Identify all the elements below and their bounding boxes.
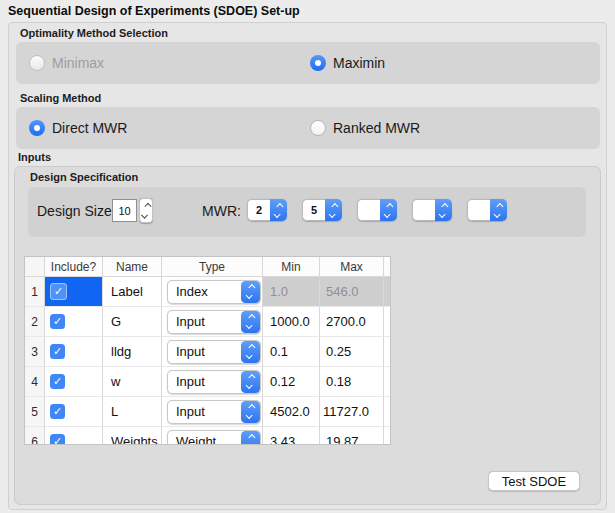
name-cell[interactable]: Weights [103, 427, 162, 445]
type-cell: Input [162, 397, 263, 427]
min-cell[interactable]: 3.43 [263, 427, 320, 445]
mwr-stepper-3[interactable] [380, 199, 397, 221]
row-number: 5 [25, 397, 45, 427]
chevron-up-icon [248, 404, 255, 411]
check-icon: ✓ [53, 406, 62, 417]
mwr-value-5 [467, 199, 490, 221]
mwr-spinner-1[interactable]: 2 [247, 199, 287, 221]
mwr-value-2: 5 [302, 199, 325, 221]
type-dropdown[interactable]: Input [167, 370, 261, 394]
row-gutter [384, 307, 391, 337]
include-cell[interactable]: ✓ [45, 307, 103, 337]
chevron-up-icon [144, 203, 150, 209]
check-icon: ✓ [53, 436, 62, 446]
page-title: Sequential Design of Experiments (SDOE) … [8, 4, 300, 18]
radio-option-maximin[interactable]: Maximin [310, 54, 385, 72]
row-number: 1 [25, 277, 45, 307]
mwr-spinner-5[interactable] [467, 199, 507, 221]
type-dropdown[interactable]: Index [167, 280, 261, 304]
chevron-up-icon [248, 374, 255, 381]
type-cell: Weight [162, 427, 263, 445]
radio-option-direct-mwr[interactable]: Direct MWR [29, 119, 127, 137]
mwr-value-3 [357, 199, 380, 221]
header-max: Max [320, 257, 384, 277]
table-row: 5 ✓ L Input 4502.0 11727.0 [25, 397, 391, 427]
design-size-input[interactable]: 10 [112, 199, 137, 222]
row-gutter [384, 337, 391, 367]
include-cell[interactable]: ✓ [45, 397, 103, 427]
include-cell[interactable]: ✓ [45, 277, 103, 307]
radio-option-ranked-mwr[interactable]: Ranked MWR [310, 119, 420, 137]
mwr-spinner-4[interactable] [412, 199, 452, 221]
min-cell[interactable]: 4502.0 [263, 397, 320, 427]
checkbox-checked-icon[interactable]: ✓ [50, 314, 65, 329]
header-type: Type [162, 257, 263, 277]
table-row: 2 ✓ G Input 1000.0 2700.0 [25, 307, 391, 337]
row-number: 3 [25, 337, 45, 367]
type-cell: Input [162, 307, 263, 337]
mwr-spinner-3[interactable] [357, 199, 397, 221]
radio-direct-mwr-icon [29, 120, 45, 136]
type-dropdown[interactable]: Input [167, 340, 261, 364]
chevron-down-icon [246, 352, 253, 359]
chevron-down-icon [274, 210, 281, 217]
design-size-label: Design Size [37, 203, 112, 219]
test-sdoe-button[interactable]: Test SDOE [488, 471, 580, 491]
header-gutter [384, 257, 391, 277]
max-cell[interactable]: 11727.0 [320, 397, 384, 427]
checkbox-checked-icon[interactable]: ✓ [50, 374, 65, 389]
row-gutter [384, 427, 391, 445]
checkbox-checked-icon[interactable]: ✓ [50, 344, 65, 359]
table-row: 4 ✓ w Input 0.12 0.18 [25, 367, 391, 397]
chevron-down-icon [246, 322, 253, 329]
min-cell[interactable]: 0.12 [263, 367, 320, 397]
type-dropdown[interactable]: Input [167, 310, 261, 334]
type-dropdown-value: Input [176, 311, 205, 333]
include-cell[interactable]: ✓ [45, 427, 103, 445]
name-cell[interactable]: G [103, 307, 162, 337]
chevron-up-icon [248, 314, 255, 321]
checkbox-checked-icon[interactable]: ✓ [50, 434, 65, 445]
name-cell[interactable]: L [103, 397, 162, 427]
row-gutter [384, 397, 391, 427]
chevron-up-icon [248, 284, 255, 291]
name-cell[interactable]: w [103, 367, 162, 397]
check-icon: ✓ [53, 316, 62, 327]
min-cell[interactable]: 0.1 [263, 337, 320, 367]
table-row: 1 ✓ Label Index 1.0 546.0 [25, 277, 391, 307]
row-number: 4 [25, 367, 45, 397]
radio-minimax-icon [29, 55, 45, 71]
name-cell[interactable]: Label [103, 277, 162, 307]
min-cell[interactable]: 1000.0 [263, 307, 320, 337]
dropdown-stepper-icon [241, 431, 260, 446]
mwr-stepper-1[interactable] [270, 199, 287, 221]
mwr-stepper-4[interactable] [435, 199, 452, 221]
include-cell[interactable]: ✓ [45, 337, 103, 367]
type-dropdown[interactable]: Input [167, 400, 261, 424]
design-spec-label: Design Specification [30, 171, 138, 183]
chevron-down-icon [246, 292, 253, 299]
mwr-stepper-5[interactable] [490, 199, 507, 221]
type-cell: Input [162, 337, 263, 367]
optimality-group-label: Optimality Method Selection [20, 27, 168, 39]
checkbox-checked-icon[interactable]: ✓ [50, 404, 65, 419]
mwr-stepper-2[interactable] [325, 199, 342, 221]
radio-minimax-label: Minimax [52, 55, 104, 71]
max-cell[interactable]: 2700.0 [320, 307, 384, 337]
include-cell[interactable]: ✓ [45, 367, 103, 397]
max-cell[interactable]: 0.25 [320, 337, 384, 367]
mwr-spinner-2[interactable]: 5 [302, 199, 342, 221]
type-dropdown-value: Input [176, 341, 205, 363]
max-cell[interactable]: 0.18 [320, 367, 384, 397]
type-dropdown[interactable]: Weight [167, 430, 261, 446]
max-cell[interactable]: 19.87 [320, 427, 384, 445]
name-cell[interactable]: lldg [103, 337, 162, 367]
header-name: Name [103, 257, 162, 277]
design-size-stepper[interactable] [139, 198, 153, 223]
chevron-up-icon [331, 202, 338, 209]
radio-maximin-icon [310, 55, 326, 71]
radio-option-minimax[interactable]: Minimax [29, 54, 104, 72]
checkbox-checked-icon[interactable]: ✓ [50, 283, 67, 300]
row-gutter [384, 277, 391, 307]
chevron-up-icon [496, 202, 503, 209]
